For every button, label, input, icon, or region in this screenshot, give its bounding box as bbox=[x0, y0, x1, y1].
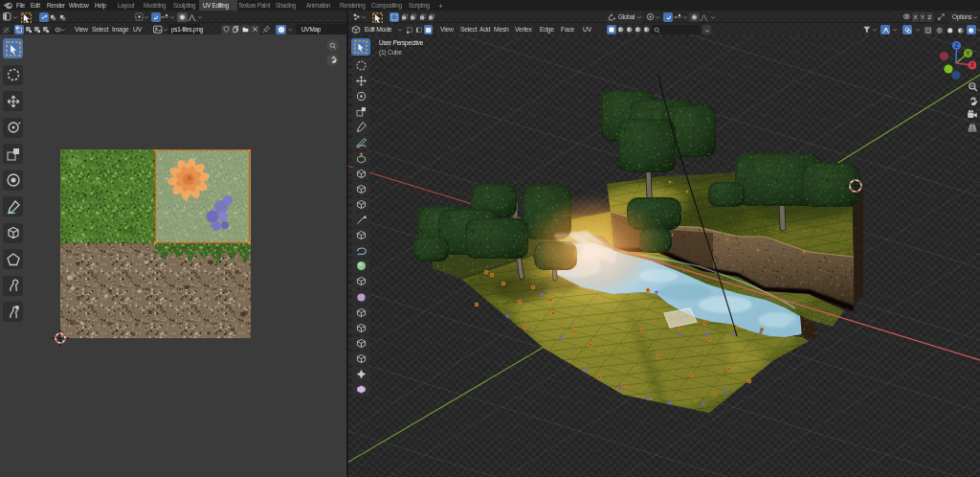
svg-text:Y: Y bbox=[966, 50, 970, 57]
svg-text:Z: Z bbox=[955, 42, 959, 49]
svg-text:X: X bbox=[970, 61, 975, 68]
